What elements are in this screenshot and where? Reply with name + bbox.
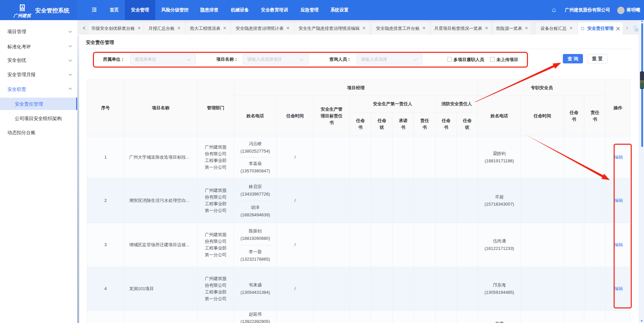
svg-text:CMC: CMC	[21, 9, 24, 11]
